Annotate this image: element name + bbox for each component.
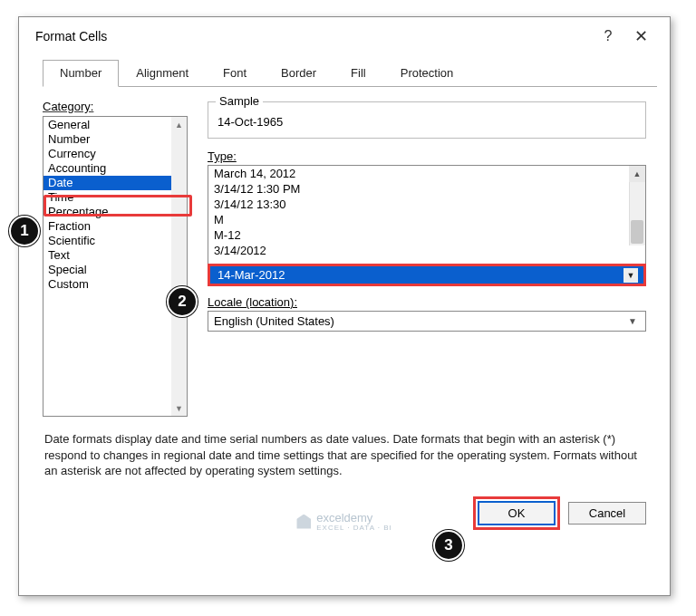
type-item[interactable]: 3/14/12 1:30 PM (208, 181, 645, 197)
type-item[interactable]: March 14, 2012 (208, 166, 645, 181)
category-item-time[interactable]: Time (44, 190, 187, 205)
category-label: Category: (43, 100, 189, 113)
titlebar: Format Cells ? ✕ (19, 17, 670, 53)
category-item-accounting[interactable]: Accounting (44, 161, 187, 176)
tab-number[interactable]: Number (43, 60, 119, 87)
type-item[interactable]: 3/14/2012 (208, 243, 645, 258)
type-label: Type: (208, 149, 646, 163)
help-text: Date formats display date and time seria… (19, 426, 670, 492)
category-column: Category: General Number Currency Accoun… (43, 100, 189, 417)
category-item-fraction[interactable]: Fraction (44, 219, 187, 234)
tab-font[interactable]: Font (206, 60, 264, 87)
callout-2: 2 (167, 286, 198, 317)
category-item-general[interactable]: General (44, 118, 187, 132)
scroll-thumb[interactable] (631, 220, 643, 244)
chevron-down-icon[interactable]: ▼ (625, 316, 640, 326)
type-item-selected[interactable]: 14-Mar-2012 ▼ (208, 264, 646, 286)
scroll-down-icon[interactable]: ▼ (171, 400, 187, 416)
tab-fill[interactable]: Fill (334, 60, 383, 87)
callout-1: 1 (9, 216, 40, 246)
dialog-title: Format Cells (35, 29, 592, 43)
category-item-currency[interactable]: Currency (44, 147, 187, 161)
scroll-up-icon[interactable]: ▲ (171, 117, 187, 132)
category-item-text[interactable]: Text (44, 248, 187, 263)
details-column: Sample 14-Oct-1965 Type: March 14, 2012 … (208, 100, 646, 417)
type-item[interactable]: M (208, 212, 645, 227)
sample-box: Sample 14-Oct-1965 (208, 101, 646, 139)
tab-protection[interactable]: Protection (383, 60, 471, 87)
button-row: OK Cancel (19, 492, 670, 540)
sample-legend: Sample (216, 94, 263, 108)
category-item-custom[interactable]: Custom (44, 277, 187, 292)
category-scrollbar[interactable]: ▲ ▼ (171, 117, 187, 416)
category-item-percentage[interactable]: Percentage (44, 205, 187, 219)
chevron-down-icon[interactable]: ▼ (624, 268, 638, 283)
category-listbox[interactable]: General Number Currency Accounting Date … (43, 116, 188, 417)
type-item[interactable]: 3/14/12 13:30 (208, 197, 645, 212)
ok-button[interactable]: OK (478, 501, 556, 525)
category-item-scientific[interactable]: Scientific (44, 234, 187, 248)
cancel-button[interactable]: Cancel (568, 502, 646, 525)
type-listbox[interactable]: March 14, 2012 3/14/12 1:30 PM 3/14/12 1… (208, 165, 646, 265)
category-item-date[interactable]: Date (44, 176, 187, 190)
locale-label: Locale (location): (208, 295, 646, 309)
type-selected-text: 14-Mar-2012 (218, 268, 285, 282)
category-item-number[interactable]: Number (44, 132, 187, 147)
callout-3: 3 (433, 530, 464, 561)
help-icon[interactable]: ? (592, 28, 624, 44)
tab-border[interactable]: Border (264, 60, 334, 87)
scroll-up-icon[interactable]: ▲ (629, 166, 645, 182)
locale-value: English (United States) (214, 314, 334, 328)
close-icon[interactable]: ✕ (624, 26, 657, 46)
category-item-special[interactable]: Special (44, 263, 187, 277)
format-cells-dialog: Format Cells ? ✕ Number Alignment Font B… (18, 16, 671, 596)
locale-dropdown[interactable]: English (United States) ▼ (208, 311, 646, 332)
tab-strip: Number Alignment Font Border Fill Protec… (43, 59, 657, 87)
content-area: Category: General Number Currency Accoun… (19, 87, 670, 426)
tab-alignment[interactable]: Alignment (119, 60, 206, 87)
sample-value: 14-Oct-1965 (218, 115, 283, 129)
type-item[interactable]: M-12 (208, 227, 645, 243)
